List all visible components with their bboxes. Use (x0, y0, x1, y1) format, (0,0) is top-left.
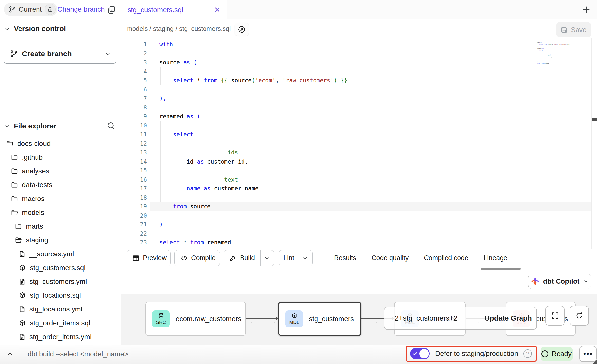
results-tab-lineage[interactable]: Lineage (484, 254, 507, 262)
editor-scrollbar-handle[interactable] (592, 118, 597, 121)
build-dropdown[interactable] (260, 250, 273, 266)
lineage-canvas[interactable]: SRC ecom.raw_customers MDL stg_customers… (121, 294, 597, 345)
file-tree-item[interactable]: stg_customers.sql (19, 261, 86, 275)
line-number: 12 (121, 139, 147, 148)
toolbar-divider (317, 252, 317, 266)
node-label: ecom.raw_customers (176, 315, 241, 323)
folder-icon (11, 154, 18, 161)
lineage-selector-input[interactable]: 2+stg_customers+2 (384, 314, 480, 322)
compass-icon (237, 25, 246, 34)
file-tree-item[interactable]: stg_locations.sql (19, 289, 81, 302)
compile-button[interactable]: Compile (174, 250, 220, 266)
line-number: 3 (121, 58, 147, 67)
build-button[interactable]: Build (224, 250, 274, 266)
model-file-icon (19, 319, 26, 327)
help-icon[interactable]: ? (523, 349, 532, 358)
file-tree-label: stg_customers.sql (30, 264, 86, 272)
file-tree-item[interactable]: stg_customers.yml (19, 275, 87, 289)
git-branch-icon (10, 50, 18, 58)
results-tab-code-quality[interactable]: Code quality (372, 254, 409, 262)
file-tree-label: stg_order_items.yml (29, 333, 92, 341)
code-line (159, 166, 163, 175)
file-tree-item[interactable]: .github (11, 150, 43, 164)
file-tree-item[interactable]: marts (15, 219, 43, 233)
branch-name: Current (19, 5, 42, 13)
table-icon (132, 255, 140, 262)
line-number: 14 (121, 157, 147, 166)
dbt-copilot-button[interactable]: dbt Copilot (528, 274, 591, 289)
cube-icon (291, 313, 298, 319)
results-tab-compiled-code[interactable]: Compiled code (424, 254, 468, 262)
file-tree-item[interactable]: models (11, 206, 44, 219)
version-control-header[interactable]: Version control (4, 25, 66, 33)
file-tree-label: staging (26, 236, 48, 244)
lineage-node-source[interactable]: SRC ecom.raw_customers (145, 302, 246, 336)
status-badge: Ready (541, 347, 573, 361)
folder-icon (11, 167, 18, 175)
update-graph-button[interactable]: Update Graph (480, 307, 536, 329)
defer-toggle[interactable] (410, 348, 430, 359)
node-label: stg_customers (309, 315, 354, 323)
file-search-icon[interactable] (106, 121, 116, 131)
tab-close-icon[interactable]: ✕ (214, 5, 220, 14)
file-tree-label: analyses (22, 167, 49, 175)
change-branch-link[interactable]: Change branch (57, 5, 105, 13)
chevron-down-icon (583, 278, 589, 284)
code-line: from source (159, 202, 211, 211)
file-tree-label: stg_locations.yml (29, 305, 82, 313)
file-tree-item[interactable]: staging (15, 233, 48, 247)
model-badge: MDL (285, 310, 303, 327)
dbt-copilot-label: dbt Copilot (543, 277, 580, 285)
file-tree-item[interactable]: stg_order_items.sql (19, 316, 90, 330)
code-line (159, 49, 163, 58)
line-number: 11 (121, 130, 147, 139)
fullscreen-button[interactable] (545, 306, 565, 326)
lineage-node-stg-customers[interactable]: MDL stg_customers (278, 302, 361, 336)
fullscreen-icon (551, 311, 559, 320)
copy-icon[interactable] (107, 5, 116, 15)
refresh-button[interactable] (570, 306, 589, 326)
toggle-knob (419, 349, 429, 358)
preview-button[interactable]: Preview (127, 250, 171, 266)
code-line: ), (159, 94, 166, 103)
collapse-panel-button[interactable] (5, 350, 14, 359)
resize-handle (593, 360, 597, 364)
file-navigate-button[interactable] (235, 23, 249, 36)
file-tree-label: data-tests (22, 181, 52, 189)
file-tree-item[interactable]: __sources.yml (19, 247, 74, 261)
create-branch-dropdown[interactable] (99, 44, 116, 63)
save-button[interactable]: Save (556, 22, 591, 37)
file-tree-item[interactable]: stg_order_items.yml (19, 330, 92, 344)
code-line (159, 211, 163, 220)
new-tab-button[interactable] (581, 4, 592, 15)
file-explorer-header[interactable]: File explorer (4, 122, 56, 130)
create-branch-button[interactable]: Create branch (4, 44, 116, 64)
folder-open-icon (15, 237, 22, 244)
file-icon (19, 250, 26, 258)
line-number: 20 (121, 211, 147, 220)
results-tab-results[interactable]: Results (334, 254, 356, 262)
code-editor[interactable]: 1234567891011121314151617181920212223 wi… (121, 38, 597, 249)
dbt-cloud-ide: Current Change branch stg_customers.sql … (0, 0, 597, 364)
file-tree-item[interactable]: analyses (11, 164, 49, 178)
command-input[interactable]: dbt build --select <model_name> (28, 350, 128, 358)
tabstrip-divider (574, 0, 574, 19)
file-tree-label: marts (26, 222, 43, 230)
line-number: 21 (121, 220, 147, 229)
lint-dropdown[interactable] (299, 250, 312, 266)
lock-icon (48, 7, 53, 12)
current-branch-select[interactable]: Current (4, 3, 57, 16)
code-line: source as ( (159, 58, 197, 67)
save-icon (560, 26, 568, 34)
lint-button[interactable]: Lint (279, 250, 313, 266)
line-number: 19 (121, 202, 147, 211)
code-line (159, 67, 163, 76)
file-tree-item[interactable]: docs-cloud (6, 137, 51, 150)
file-tree-item[interactable]: macros (11, 192, 45, 206)
editor-tab-stg-customers[interactable]: stg_customers.sql ✕ (121, 0, 227, 19)
file-tree-item[interactable]: data-tests (11, 178, 52, 192)
code-line: ) (159, 220, 163, 229)
file-tree-item[interactable]: stg_locations.yml (19, 302, 82, 316)
file-tree-label: .github (22, 153, 43, 161)
editor-minimap[interactable]: with source as ( select * from {{ source… (537, 40, 574, 64)
